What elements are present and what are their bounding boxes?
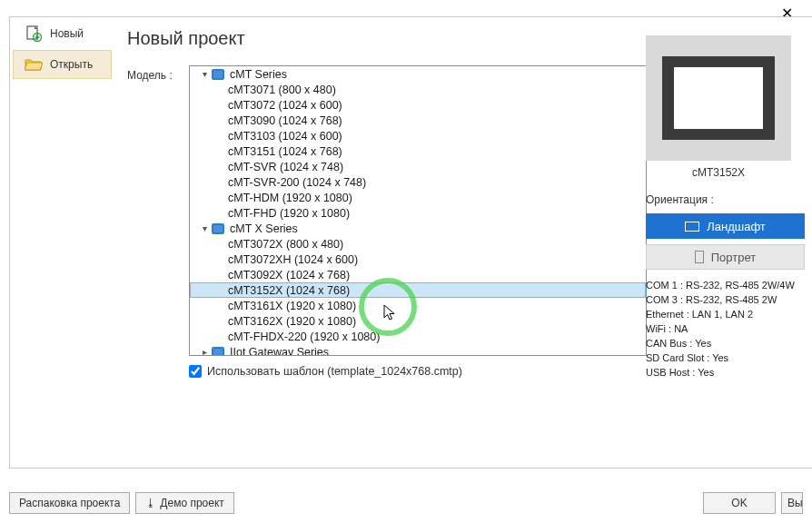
tree-item[interactable]: cMT3152X (1024 x 768) — [190, 282, 646, 298]
model-tree[interactable]: ▾cMT SeriescMT3071 (800 x 480)cMT3072 (1… — [189, 65, 647, 356]
folder-icon — [212, 223, 224, 234]
bottom-bar: Распаковка проекта ⭳ Демо проект OK Вы — [0, 483, 812, 523]
download-icon: ⭳ — [145, 497, 156, 509]
tree-item[interactable]: cMT-SVR-200 (1024 x 748) — [190, 174, 646, 190]
tree-item[interactable]: cMT-HDM (1920 x 1080) — [190, 190, 646, 205]
demo-project-button[interactable]: ⭳ Демо проект — [135, 492, 233, 514]
chevron-down-icon: ▾ — [199, 69, 210, 79]
tree-item[interactable]: cMT3072XH (1024 x 600) — [190, 252, 646, 267]
series-label: IIot Gateway Series — [230, 346, 329, 357]
tree-item[interactable]: cMT3162X (1920 x 1080) — [190, 313, 646, 329]
specs-list: COM 1 : RS-232, RS-485 2W/4WCOM 3 : RS-2… — [646, 279, 812, 380]
tree-series-header[interactable]: ▾cMT X Series — [190, 221, 646, 236]
tree-item[interactable]: cMT-SVR (1024 x 748) — [190, 159, 646, 174]
ok-button[interactable]: OK — [703, 492, 776, 514]
tree-series-header[interactable]: ▾cMT Series — [190, 66, 646, 82]
landscape-icon — [685, 222, 699, 232]
dialog-body: Новый Открыть Новый проект Модель : ▾cMT… — [9, 16, 812, 469]
cancel-button-cut[interactable]: Вы — [781, 492, 803, 514]
orientation-landscape-button[interactable]: Ландшафт — [646, 213, 805, 239]
tree-item[interactable]: cMT3103 (1024 x 600) — [190, 128, 646, 143]
tree-item[interactable]: cMT3092X (1024 x 768) — [190, 267, 646, 282]
spec-line: USB Host : Yes — [646, 366, 812, 380]
tree-item[interactable]: cMT-FHD (1920 x 1080) — [190, 205, 646, 221]
spec-line: COM 1 : RS-232, RS-485 2W/4W — [646, 279, 812, 293]
demo-label: Демо проект — [160, 497, 223, 509]
template-label: Использовать шаблон (template_1024x768.c… — [207, 365, 462, 378]
chevron-down-icon: ▾ — [199, 223, 210, 233]
model-name-label: cMT3152X — [646, 166, 791, 179]
sidebar-new-label: Новый — [50, 27, 84, 40]
portrait-icon — [695, 251, 704, 263]
tree-item[interactable]: cMT3090 (1024 x 768) — [190, 113, 646, 128]
spec-line: Ethernet : LAN 1, LAN 2 — [646, 308, 812, 322]
orientation-portrait-button[interactable]: Портрет — [646, 244, 805, 270]
landscape-label: Ландшафт — [707, 220, 766, 233]
preview-screen — [674, 67, 763, 129]
spec-line: COM 3 : RS-232, RS-485 2W — [646, 293, 812, 308]
model-label: Модель : — [127, 65, 182, 82]
unpack-project-button[interactable]: Распаковка проекта — [9, 492, 130, 514]
tree-item[interactable]: cMT3071 (800 x 480) — [190, 82, 646, 97]
folder-icon — [212, 69, 224, 80]
sidebar-open-label: Открыть — [50, 58, 93, 71]
portrait-label: Портрет — [711, 251, 756, 264]
chevron-right-icon: ▸ — [199, 347, 210, 356]
left-sidebar: Новый Открыть — [10, 17, 114, 468]
tree-item[interactable]: cMT3161X (1920 x 1080) — [190, 298, 646, 313]
template-checkbox[interactable] — [189, 365, 202, 378]
folder-open-icon — [25, 56, 43, 73]
sidebar-item-open[interactable]: Открыть — [13, 50, 112, 79]
orientation-label: Ориентация : — [646, 193, 811, 206]
tree-item[interactable]: cMT-FHDX-220 (1920 x 1080) — [190, 329, 646, 344]
unpack-label: Распаковка проекта — [19, 497, 120, 509]
spec-line: SD Card Slot : Yes — [646, 351, 812, 366]
sidebar-item-new[interactable]: Новый — [13, 19, 112, 48]
folder-icon — [212, 347, 224, 357]
ok-label: OK — [731, 497, 747, 509]
tree-item[interactable]: cMT3072 (1024 x 600) — [190, 97, 646, 113]
spec-line: WiFi : NA — [646, 322, 812, 337]
tree-item[interactable]: cMT3151 (1024 x 768) — [190, 143, 646, 159]
right-panel: cMT3152X Ориентация : Ландшафт Портрет C… — [646, 35, 811, 380]
spec-line: CAN Bus : Yes — [646, 337, 812, 351]
new-project-icon — [25, 25, 43, 43]
tree-item[interactable]: cMT3072X (800 x 480) — [190, 236, 646, 252]
series-label: cMT Series — [230, 68, 287, 81]
preview-bezel — [662, 56, 775, 140]
series-label: cMT X Series — [230, 222, 298, 235]
tree-series-header[interactable]: ▸IIot Gateway Series — [190, 344, 646, 356]
cancel-label: Вы — [787, 497, 803, 509]
model-preview — [646, 35, 791, 161]
